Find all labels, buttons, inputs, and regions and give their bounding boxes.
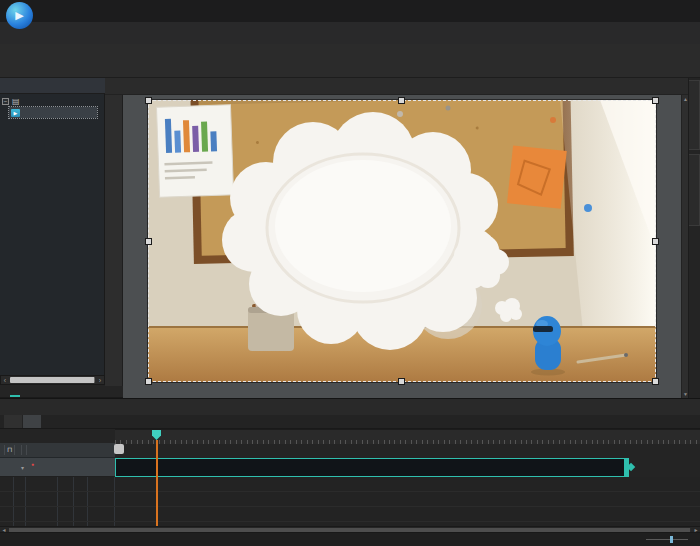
- ribbon-toolbar: [0, 44, 700, 78]
- layers-column-header: ⊓: [0, 443, 115, 458]
- resize-handle-nw[interactable]: [145, 97, 152, 104]
- video-object-icon: ▶: [11, 109, 20, 117]
- resize-handle-sw[interactable]: [145, 378, 152, 385]
- layer-row[interactable]: ▾ ●: [0, 458, 115, 477]
- scroll-left-icon[interactable]: ◂: [0, 526, 8, 533]
- scene-canvas[interactable]: [123, 95, 681, 398]
- tab-resources-window[interactable]: [689, 80, 700, 150]
- tree-item-video[interactable]: ▶: [9, 107, 97, 118]
- scroll-right-icon[interactable]: ▸: [692, 526, 700, 533]
- tab-video-clip[interactable]: [23, 415, 41, 428]
- scroll-right-icon[interactable]: ›: [96, 377, 104, 384]
- scrollbar-thumb[interactable]: [9, 528, 691, 532]
- object-tools-strip: [105, 95, 123, 386]
- resize-handle-s[interactable]: [398, 378, 405, 385]
- tab-scene-0[interactable]: [4, 415, 22, 428]
- canvas-vertical-scrollbar[interactable]: ▲ ▼: [681, 95, 688, 398]
- explorer-horizontal-scrollbar[interactable]: ‹ ›: [0, 375, 105, 385]
- scene-icon: ▤: [12, 97, 20, 106]
- video-frame[interactable]: [148, 100, 656, 382]
- explorer-tabs: [0, 386, 123, 398]
- edit-toolbar: [105, 78, 692, 95]
- tree-item-scene[interactable]: − ▤: [0, 96, 104, 107]
- resize-handle-w[interactable]: [145, 238, 152, 245]
- resize-handle-n[interactable]: [398, 97, 405, 104]
- scroll-left-icon[interactable]: ‹: [1, 377, 9, 384]
- tab-objects-explorer[interactable]: [10, 386, 20, 397]
- tab-properties-window[interactable]: [689, 154, 700, 226]
- title-bar: [0, 0, 700, 22]
- vsdc-logo-icon: ▶: [6, 2, 33, 29]
- timeline-scrollbar-thumb[interactable]: [114, 444, 124, 454]
- record-dot-icon: ●: [31, 461, 34, 467]
- timeline-horizontal-scrollbar[interactable]: ◂ ▸: [0, 526, 700, 533]
- video-content: [148, 100, 656, 382]
- resize-handle-e[interactable]: [652, 238, 659, 245]
- playback-toolbar: [0, 398, 700, 415]
- playhead-line: [156, 440, 158, 526]
- scrollbar-thumb[interactable]: [10, 377, 95, 383]
- window-controls: [626, 0, 698, 22]
- resize-handle-se[interactable]: [652, 378, 659, 385]
- menu-bar: [0, 22, 700, 44]
- right-panel-strip: [688, 78, 700, 398]
- timeline-empty-area[interactable]: [0, 477, 700, 526]
- tab-projects-explorer[interactable]: [0, 386, 10, 397]
- timeline-zoom-slider[interactable]: [646, 535, 688, 544]
- status-bar: [0, 533, 700, 546]
- vsdc-window: ▶ − ▤ ▶ ‹ ›: [0, 0, 700, 546]
- blend-caret-icon[interactable]: ▾: [21, 464, 24, 471]
- timeline-ruler[interactable]: [0, 429, 700, 443]
- menu-right-controls: [681, 22, 696, 44]
- lock-icon[interactable]: ⊓: [7, 446, 12, 454]
- timeline-tabs: [0, 415, 700, 429]
- tree-collapse-icon[interactable]: −: [2, 98, 9, 105]
- objects-explorer-tree: − ▤ ▶: [0, 94, 105, 375]
- resize-handle-ne[interactable]: [652, 97, 659, 104]
- clay-character: [533, 316, 561, 370]
- video-clip-bar[interactable]: [115, 458, 625, 477]
- objects-explorer-header: [0, 78, 105, 94]
